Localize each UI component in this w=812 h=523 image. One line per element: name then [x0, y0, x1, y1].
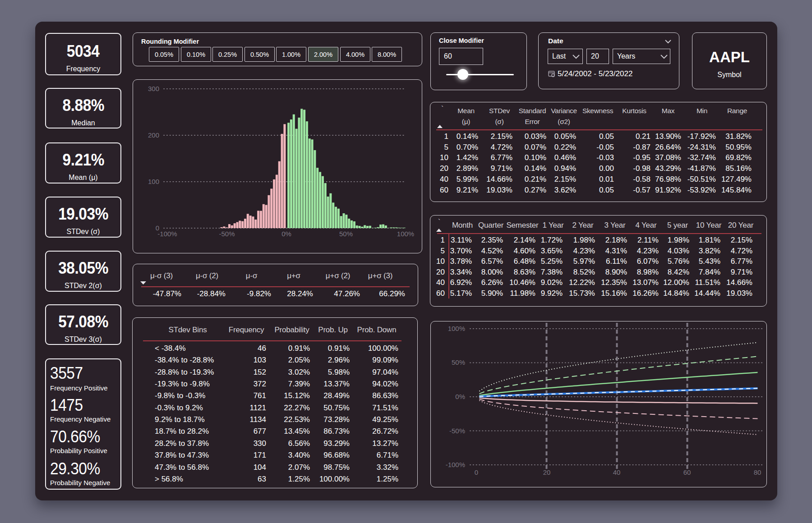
- svg-text:60: 60: [683, 468, 691, 476]
- svg-text:100%: 100%: [448, 325, 465, 332]
- svg-text:0%: 0%: [455, 393, 465, 400]
- svg-text:0: 0: [475, 468, 478, 476]
- svg-text:80: 80: [754, 468, 761, 476]
- svg-text:20: 20: [543, 468, 551, 476]
- svg-text:50%: 50%: [452, 358, 465, 366]
- svg-text:-100%: -100%: [446, 461, 465, 468]
- svg-text:-50%: -50%: [449, 427, 465, 435]
- svg-text:40: 40: [613, 468, 621, 476]
